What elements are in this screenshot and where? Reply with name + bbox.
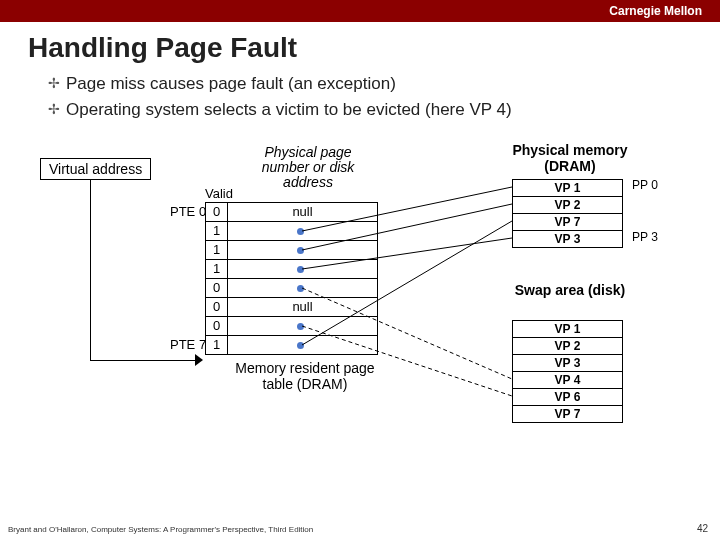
pt-row: 0 [206,278,378,297]
pt-addr-text: null [292,299,312,314]
swap-row: VP 6 [513,388,623,405]
pm-row: VP 3 [513,230,623,247]
arrow-icon [195,354,203,366]
pt-valid-cell: 0 [206,202,228,221]
pm-cell: VP 2 [513,196,623,213]
swap-row: VP 4 [513,371,623,388]
university-label: Carnegie Mellon [609,4,702,18]
physical-memory-header: Physical memory (DRAM) [500,142,640,176]
pt-valid-label: Valid [205,186,233,201]
pt-valid-cell: 1 [206,240,228,259]
diagram-area: Virtual address Physical page number or … [0,142,720,472]
dot-icon [297,266,304,273]
pm-cell: VP 3 [513,230,623,247]
physical-memory-table: VP 1VP 2VP 7VP 3 [512,179,623,248]
dot-icon [297,342,304,349]
slide-number: 42 [697,523,708,534]
va-connector [90,360,195,361]
page-table-caption: Memory resident page table (DRAM) [235,360,375,394]
swap-cell: VP 4 [513,371,623,388]
pt-row: 1 [206,259,378,278]
bullet-item: ✢ Page miss causes page fault (an except… [48,72,692,96]
swap-table: VP 1VP 2VP 3VP 4VP 6VP 7 [512,320,623,423]
slide-title: Handling Page Fault [0,22,720,72]
pp-label-3: PP 3 [632,230,658,244]
pm-row: VP 7 [513,213,623,230]
bullet-item: ✢ Operating system selects a victim to b… [48,98,692,122]
pt-row: 0null [206,202,378,221]
pt-addr-cell: null [228,297,378,316]
bullet-list: ✢ Page miss causes page fault (an except… [0,72,720,122]
swap-row: VP 7 [513,405,623,422]
swap-header: Swap area (disk) [510,282,630,299]
pm-cell: VP 1 [513,179,623,196]
pt-addr-cell [228,316,378,335]
page-table: 0null11100null01 [205,202,378,355]
va-connector [90,180,91,360]
pm-row: VP 1 [513,179,623,196]
virtual-address-box: Virtual address [40,158,151,180]
dot-icon [297,323,304,330]
pt-valid-cell: 0 [206,297,228,316]
swap-row: VP 2 [513,337,623,354]
pt-addr-text: null [292,204,312,219]
header-bar: Carnegie Mellon [0,0,720,22]
swap-cell: VP 3 [513,354,623,371]
bullet-text: Operating system selects a victim to be … [66,100,512,119]
pm-row: VP 2 [513,196,623,213]
bullet-text: Page miss causes page fault (an exceptio… [66,74,396,93]
pt-addr-cell [228,240,378,259]
pt-valid-cell: 0 [206,278,228,297]
pt-addr-cell: null [228,202,378,221]
bullet-marker: ✢ [48,74,60,94]
swap-row: VP 1 [513,320,623,337]
swap-row: VP 3 [513,354,623,371]
pt-row: 1 [206,240,378,259]
dot-icon [297,247,304,254]
pm-cell: VP 7 [513,213,623,230]
swap-cell: VP 1 [513,320,623,337]
pte-label-0: PTE 0 [170,204,206,219]
swap-cell: VP 7 [513,405,623,422]
pt-valid-cell: 0 [206,316,228,335]
pt-addr-cell [228,278,378,297]
pp-label-0: PP 0 [632,178,658,192]
swap-cell: VP 6 [513,388,623,405]
pte-label-7: PTE 7 [170,337,206,352]
pt-header-label: Physical page number or disk address [248,145,368,191]
pt-addr-cell [228,259,378,278]
dot-icon [297,285,304,292]
pt-row: 1 [206,221,378,240]
bullet-marker: ✢ [48,100,60,120]
pt-row: 0 [206,316,378,335]
footer-citation: Bryant and O'Hallaron, Computer Systems:… [8,525,313,534]
pt-addr-cell [228,221,378,240]
pt-row: 1 [206,335,378,354]
swap-cell: VP 2 [513,337,623,354]
pt-valid-cell: 1 [206,335,228,354]
pt-valid-cell: 1 [206,221,228,240]
pt-valid-cell: 1 [206,259,228,278]
pt-row: 0null [206,297,378,316]
dot-icon [297,228,304,235]
pt-addr-cell [228,335,378,354]
